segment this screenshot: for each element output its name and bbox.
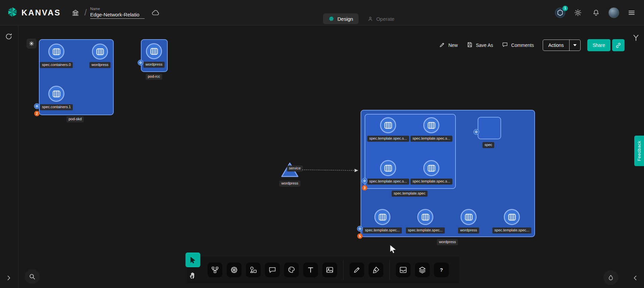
design-node[interactable] [380, 160, 396, 176]
comments-label: Comments [511, 43, 534, 48]
node-label: spec.template.spec... [363, 227, 402, 233]
design-tab-icon [328, 16, 334, 22]
help-tool[interactable]: ? [434, 263, 449, 277]
organization-icon[interactable] [70, 7, 81, 18]
kubernetes-badge-icon [362, 178, 368, 184]
share-button[interactable]: Share [587, 39, 610, 51]
design-node[interactable] [423, 160, 439, 176]
cloud-sync-icon[interactable] [150, 7, 161, 18]
image-frame-tool[interactable] [322, 263, 337, 277]
design-node[interactable] [423, 117, 439, 133]
notification-count-badge: 1 [562, 6, 568, 11]
node-label: spec.template.spec.s... [411, 178, 452, 185]
tab-operate[interactable]: Operate [362, 13, 400, 24]
actions-label: Actions [543, 40, 569, 51]
dock-divider [343, 260, 343, 280]
count-badge: 2 [34, 111, 40, 116]
design-name-field: Name [90, 7, 145, 19]
save-icon [467, 42, 473, 49]
group-label: pod-rcc [146, 74, 162, 80]
node-label: wordpress [90, 62, 111, 68]
design-tab-label: Design [337, 16, 353, 22]
app-header: KANVAS / Name [0, 0, 644, 25]
drawer-tool[interactable] [396, 263, 411, 277]
save-as-button[interactable]: Save As [467, 42, 493, 49]
canvas-content: pod-skdpod-rccwordpressspec.template.spe… [0, 26, 644, 288]
node-label: wordpress [279, 181, 301, 187]
canvas[interactable]: pod-skdpod-rccwordpressspec.template.spe… [0, 26, 644, 288]
node-label: spec.template.spec... [492, 227, 531, 233]
design-node[interactable] [504, 209, 520, 225]
flowchart-tool[interactable] [208, 263, 222, 277]
kubernetes-badge-icon [357, 226, 363, 232]
kubernetes-badge-icon [474, 129, 479, 135]
settings-gear-icon[interactable] [572, 7, 584, 18]
feedback-tab[interactable]: Feedback [634, 136, 644, 166]
design-node[interactable] [92, 44, 108, 60]
name-label: Name [90, 7, 145, 11]
user-avatar[interactable] [608, 7, 619, 18]
kubernetes-tool[interactable] [227, 263, 241, 277]
kanvas-logo-icon [7, 6, 18, 19]
new-label: New [448, 43, 458, 48]
operate-tab-icon [367, 16, 373, 22]
merge-panel-icon[interactable] [632, 34, 640, 42]
design-node[interactable] [417, 209, 433, 225]
actions-button[interactable]: Actions [543, 40, 581, 51]
design-name-input[interactable] [90, 11, 145, 19]
comments-button[interactable]: Comments [502, 42, 534, 49]
node-label: spec.template.spec.s... [367, 178, 409, 185]
design-node[interactable] [380, 117, 396, 133]
save-as-label: Save As [476, 43, 493, 48]
design-node[interactable] [48, 44, 64, 60]
svg-text:?: ? [440, 267, 443, 273]
shapes-tool[interactable] [246, 263, 261, 277]
doodle-tool[interactable] [284, 263, 299, 277]
canvas-toolbar: New Save As Comments Actions Share [439, 39, 625, 51]
tab-design[interactable]: Design [323, 13, 359, 24]
count-badge: 5 [357, 233, 363, 239]
layers-tool[interactable] [415, 263, 430, 277]
pencil-tool[interactable] [350, 263, 364, 277]
node-label: wordpress [144, 62, 165, 68]
header-actions: 1 [555, 7, 637, 18]
node-label: spec.template.spec.s... [411, 136, 452, 142]
copy-link-button[interactable] [612, 39, 625, 51]
node-label: spec.template.spec... [406, 227, 445, 233]
group-spec[interactable] [478, 117, 501, 139]
group-label: spec [482, 142, 494, 148]
tool-dock: ? [187, 257, 459, 283]
cursor-tool[interactable] [185, 253, 200, 267]
design-node[interactable] [461, 209, 477, 225]
caret-down-icon[interactable] [570, 40, 580, 51]
share-group: Share [587, 39, 625, 51]
service-tag-label: service [287, 165, 303, 171]
notifications-bell-icon[interactable] [590, 7, 602, 18]
pan-tool[interactable] [185, 268, 200, 283]
mode-tabs: Design Operate [323, 13, 400, 24]
operate-tab-label: Operate [376, 16, 394, 22]
pencil-icon [439, 42, 445, 49]
text-tool[interactable] [303, 263, 318, 277]
dock-tools: ? [208, 257, 449, 283]
kubernetes-badge-icon [34, 103, 40, 109]
comment-tool[interactable] [265, 263, 280, 277]
provider-icon[interactable]: 1 [555, 7, 566, 18]
node-label: wordpress [458, 227, 479, 233]
menu-hamburger-icon[interactable] [626, 7, 637, 18]
kanvas-logo-text: KANVAS [21, 8, 61, 17]
pen-tool[interactable] [369, 263, 383, 277]
group-label: spec.template.spec [392, 191, 428, 197]
group-spec-template-spec[interactable] [365, 114, 456, 189]
design-node[interactable] [146, 43, 162, 59]
design-node[interactable] [374, 209, 390, 225]
group-label: wordpress [437, 239, 458, 245]
count-badge: 3 [362, 185, 367, 191]
design-node[interactable] [48, 86, 64, 102]
new-button[interactable]: New [439, 42, 458, 49]
node-label: spec.containers.1 [40, 104, 73, 110]
kubernetes-badge-icon [138, 60, 144, 66]
kanvas-logo[interactable]: KANVAS [7, 6, 61, 19]
node-label: spec.template.spec.s... [367, 136, 409, 142]
breadcrumb-separator: / [85, 7, 87, 18]
